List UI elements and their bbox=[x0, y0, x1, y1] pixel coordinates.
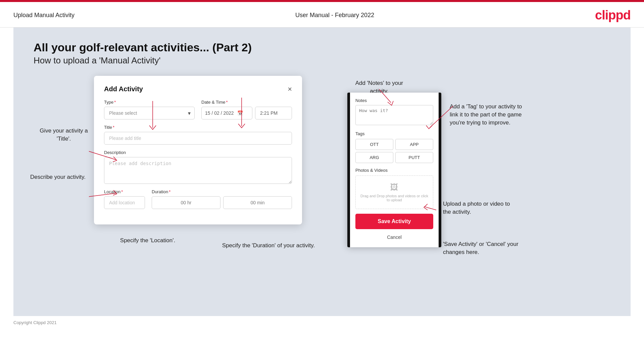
photos-section-label: Photos & Videos bbox=[355, 168, 433, 173]
modal: Add Activity × Type* Please select bbox=[94, 76, 302, 224]
phone-screen: Notes Tags OTT APP ARG PUTT Photos & Vid… bbox=[347, 93, 441, 247]
footer: Copyright Clippd 2021 bbox=[0, 316, 644, 329]
date-input[interactable]: 15 / 02 / 2022 📅 bbox=[201, 107, 252, 119]
annotation-desc: Describe your activity. bbox=[30, 173, 91, 181]
form-group-title: Title* bbox=[104, 125, 292, 145]
form-group-location: Location* bbox=[104, 189, 145, 209]
time-input[interactable]: 2:21 PM bbox=[255, 107, 292, 119]
modal-wrapper: Add Activity × Type* Please select bbox=[94, 76, 302, 224]
tags-grid: OTT APP ARG PUTT bbox=[355, 139, 433, 163]
upload-area[interactable]: 🖼 Drag and Drop photos and videos or cli… bbox=[355, 175, 433, 209]
tag-putt[interactable]: PUTT bbox=[395, 152, 433, 163]
date-time-group: 15 / 02 / 2022 📅 2:21 PM bbox=[201, 107, 292, 119]
main-content: All your golf-relevant activities... (Pa… bbox=[13, 28, 631, 316]
desc-textarea[interactable] bbox=[104, 157, 292, 184]
type-select-wrapper: Please select bbox=[104, 107, 195, 119]
header-left-title: Upload Manual Activity bbox=[13, 12, 75, 19]
upload-icon: 🖼 bbox=[359, 183, 430, 192]
type-label: Type* bbox=[104, 100, 195, 105]
page-subtitle: How to upload a 'Manual Activity' bbox=[34, 55, 610, 66]
modal-header: Add Activity × bbox=[104, 85, 292, 93]
calendar-icon[interactable]: 📅 bbox=[237, 110, 243, 116]
duration-label: Duration* bbox=[152, 189, 292, 194]
page-title: All your golf-relevant activities... (Pa… bbox=[34, 41, 610, 54]
form-group-datetime: Date & Time* 15 / 02 / 2022 📅 2:21 PM bbox=[201, 100, 292, 119]
content-container: What type of activity was it? Lesson, Ch… bbox=[34, 76, 610, 224]
desc-label: Description bbox=[104, 150, 292, 155]
form-group-desc: Description bbox=[104, 150, 292, 184]
title-input[interactable] bbox=[104, 132, 292, 145]
tags-section-label: Tags bbox=[355, 131, 433, 136]
save-activity-button[interactable]: Save Activity bbox=[355, 214, 433, 229]
form-row-type-datetime: Type* Please select Date & Time* bbox=[104, 100, 292, 119]
location-input[interactable] bbox=[104, 196, 145, 209]
title-label: Title* bbox=[104, 125, 292, 130]
type-select[interactable]: Please select bbox=[104, 107, 195, 119]
form-group-type: Type* Please select bbox=[104, 100, 195, 119]
location-required-star: * bbox=[121, 189, 123, 194]
cancel-button[interactable]: Cancel bbox=[355, 232, 433, 242]
footer-copyright: Copyright Clippd 2021 bbox=[13, 320, 57, 325]
form-group-duration: Duration* bbox=[152, 189, 292, 209]
duration-hr-input[interactable] bbox=[152, 196, 220, 209]
annotation-upload: Upload a photo or video to the activity. bbox=[443, 200, 517, 216]
upload-text: Drag and Drop photos and videos or click… bbox=[359, 194, 430, 202]
modal-title: Add Activity bbox=[104, 85, 143, 93]
phone-inner: Notes Tags OTT APP ARG PUTT Photos & Vid… bbox=[350, 93, 439, 247]
duration-required-star: * bbox=[169, 189, 170, 194]
notes-textarea[interactable] bbox=[355, 105, 433, 125]
header: Upload Manual Activity User Manual - Feb… bbox=[0, 2, 644, 28]
datetime-required-star: * bbox=[226, 100, 228, 105]
logo: clippd bbox=[595, 8, 631, 22]
header-center-title: User Manual - February 2022 bbox=[295, 12, 374, 19]
type-required-star: * bbox=[114, 100, 116, 105]
annotation-title: Give your activity a 'Title'. bbox=[32, 127, 96, 143]
notes-section-label: Notes bbox=[355, 98, 433, 103]
tag-app[interactable]: APP bbox=[395, 139, 433, 150]
duration-min-input[interactable] bbox=[223, 196, 292, 209]
annotation-duration: Specify the 'Duration' of your activity. bbox=[221, 242, 315, 250]
annotation-save: 'Save Activity' or 'Cancel' your changes… bbox=[443, 240, 530, 256]
form-row-location-duration: Location* Duration* bbox=[104, 189, 292, 209]
tag-arg[interactable]: ARG bbox=[355, 152, 393, 163]
phone-mockup: Notes Tags OTT APP ARG PUTT Photos & Vid… bbox=[344, 93, 441, 247]
annotation-location: Specify the 'Location'. bbox=[114, 237, 181, 245]
title-required-star: * bbox=[113, 125, 114, 130]
datetime-label: Date & Time* bbox=[201, 100, 292, 105]
annotation-tag: Add a 'Tag' to your activity to link it … bbox=[450, 103, 530, 126]
location-label: Location* bbox=[104, 189, 145, 194]
modal-close-button[interactable]: × bbox=[288, 86, 292, 93]
tag-ott[interactable]: OTT bbox=[355, 139, 393, 150]
duration-inputs bbox=[152, 196, 292, 209]
